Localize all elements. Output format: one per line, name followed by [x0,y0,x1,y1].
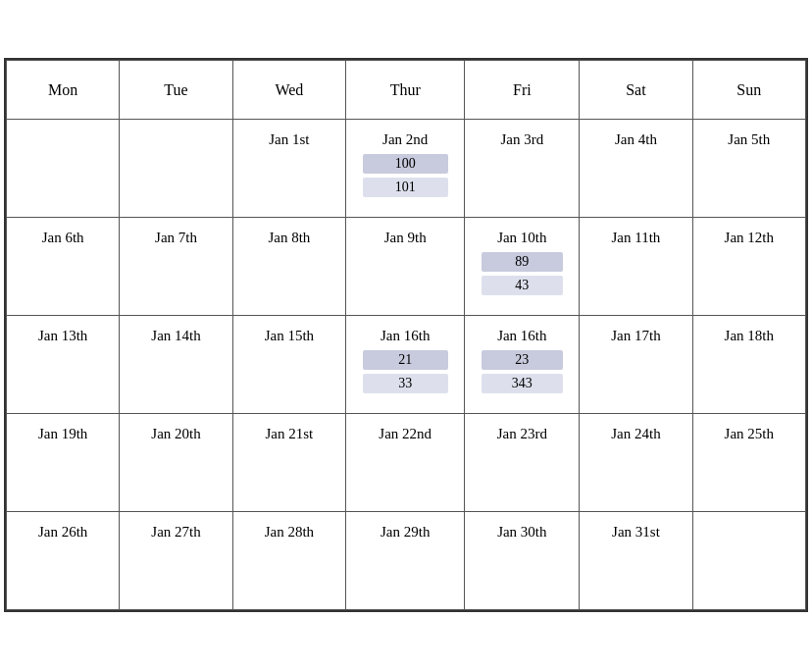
cell-date: Jan 18th [725,328,774,344]
cell-date: Jan 25th [725,426,774,442]
day-header-mon: Mon [7,61,120,120]
calendar-cell[interactable]: Jan 16th2133 [346,316,465,414]
event-badge[interactable]: 23 [482,350,563,370]
calendar-cell[interactable] [7,120,120,218]
day-header-thur: Thur [346,61,465,120]
cell-date: Jan 9th [384,230,427,246]
calendar-cell[interactable]: Jan 19th [7,414,120,512]
calendar-cell[interactable]: Jan 11th [580,218,692,316]
cell-date: Jan 19th [38,426,87,442]
cell-date: Jan 11th [612,230,661,246]
calendar-cell[interactable]: Jan 26th [7,512,120,610]
calendar-cell[interactable]: Jan 10th8943 [465,218,580,316]
week-row-1: Jan 6thJan 7thJan 8thJan 9thJan 10th8943… [7,218,806,316]
day-header-tue: Tue [120,61,232,120]
cell-date: Jan 22nd [379,426,431,442]
calendar-cell[interactable]: Jan 22nd [346,414,465,512]
cell-date: Jan 16th [497,328,546,344]
week-row-0: Jan 1stJan 2nd100101Jan 3rdJan 4thJan 5t… [7,120,806,218]
header-row: MonTueWedThurFriSatSun [7,61,806,120]
event-badge[interactable]: 343 [482,374,563,393]
calendar-table: MonTueWedThurFriSatSun Jan 1stJan 2nd100… [6,60,806,610]
cell-date: Jan 8th [268,230,310,246]
cell-date: Jan 27th [151,524,200,541]
calendar-cell[interactable]: Jan 18th [692,316,805,414]
event-badge[interactable]: 43 [482,276,563,295]
calendar-cell[interactable]: Jan 3rd [465,120,580,218]
week-row-3: Jan 19thJan 20thJan 21stJan 22ndJan 23rd… [7,414,806,512]
event-badge[interactable]: 89 [482,252,563,272]
cell-date: Jan 24th [611,426,660,442]
day-header-wed: Wed [232,61,345,120]
cell-date: Jan 13th [38,328,87,344]
calendar-cell[interactable]: Jan 2nd100101 [346,120,465,218]
cell-date: Jan 17th [611,328,660,344]
cell-date: Jan 21st [265,426,313,442]
week-row-4: Jan 26thJan 27thJan 28thJan 29thJan 30th… [7,512,806,610]
day-header-fri: Fri [465,61,580,120]
calendar-cell[interactable]: Jan 29th [346,512,465,610]
event-badge[interactable]: 33 [363,374,448,393]
cell-date: Jan 31st [612,524,660,541]
calendar-cell[interactable] [692,512,805,610]
calendar-container: MonTueWedThurFriSatSun Jan 1stJan 2nd100… [4,58,808,612]
calendar-cell[interactable]: Jan 9th [346,218,465,316]
cell-date: Jan 10th [497,230,546,246]
cell-date: Jan 6th [42,230,84,246]
calendar-cell[interactable]: Jan 24th [580,414,692,512]
cell-date: Jan 30th [497,524,546,541]
week-row-2: Jan 13thJan 14thJan 15thJan 16th2133Jan … [7,316,806,414]
cell-date: Jan 28th [265,524,314,541]
calendar-cell[interactable]: Jan 17th [580,316,692,414]
calendar-cell[interactable]: Jan 7th [120,218,232,316]
event-badge[interactable]: 100 [363,154,448,174]
calendar-cell[interactable]: Jan 28th [232,512,345,610]
calendar-cell[interactable]: Jan 16th23343 [465,316,580,414]
calendar-cell[interactable]: Jan 15th [232,316,345,414]
calendar-cell[interactable]: Jan 4th [580,120,692,218]
event-badge[interactable]: 21 [363,350,448,370]
cell-date: Jan 14th [151,328,200,344]
calendar-cell[interactable]: Jan 20th [120,414,232,512]
calendar-cell[interactable]: Jan 12th [692,218,805,316]
calendar-cell[interactable]: Jan 6th [7,218,120,316]
calendar-cell[interactable]: Jan 27th [120,512,232,610]
cell-date: Jan 29th [381,524,430,541]
cell-date: Jan 2nd [382,131,428,148]
calendar-cell[interactable]: Jan 21st [232,414,345,512]
calendar-cell[interactable]: Jan 5th [692,120,805,218]
cell-date: Jan 1st [269,131,309,148]
calendar-cell[interactable]: Jan 23rd [465,414,580,512]
calendar-cell[interactable]: Jan 1st [232,120,345,218]
cell-date: Jan 3rd [500,131,543,148]
calendar-cell[interactable] [120,120,232,218]
calendar-cell[interactable]: Jan 8th [232,218,345,316]
cell-date: Jan 5th [728,131,770,148]
cell-date: Jan 7th [155,230,197,246]
day-header-sat: Sat [580,61,692,120]
day-header-sun: Sun [692,61,805,120]
cell-date: Jan 16th [381,328,430,344]
calendar-cell[interactable]: Jan 30th [465,512,580,610]
event-badge[interactable]: 101 [363,178,448,197]
cell-date: Jan 4th [615,131,657,148]
cell-date: Jan 20th [151,426,200,442]
cell-date: Jan 15th [265,328,314,344]
cell-date: Jan 12th [725,230,774,246]
calendar-cell[interactable]: Jan 13th [7,316,120,414]
cell-date: Jan 26th [38,524,87,541]
calendar-cell[interactable]: Jan 14th [120,316,232,414]
calendar-cell[interactable]: Jan 31st [580,512,692,610]
calendar-cell[interactable]: Jan 25th [692,414,805,512]
cell-date: Jan 23rd [497,426,547,442]
